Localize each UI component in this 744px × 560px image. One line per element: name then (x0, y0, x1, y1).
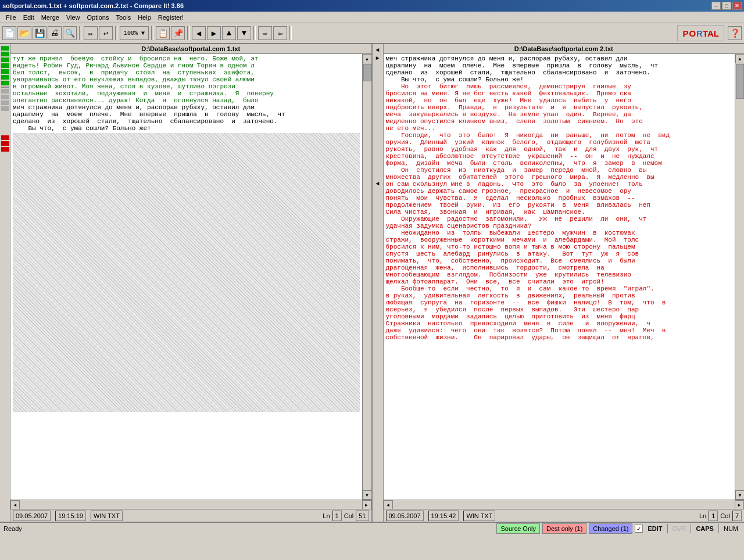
gutter-gray-2 (1, 95, 9, 99)
changed-button[interactable]: Changed (1) (589, 523, 632, 534)
left-scroll-h-track[interactable] (20, 500, 362, 509)
right-col-label: Col (720, 512, 730, 519)
minimize-button[interactable]: ─ (711, 2, 721, 10)
right-scroll-up[interactable]: ▲ (735, 54, 744, 63)
left-scroll-up[interactable]: ▲ (363, 54, 371, 63)
right-scroll-thumb[interactable] (736, 64, 744, 99)
left-hatch-area (13, 133, 360, 412)
toolbar: 📄 📂 💾 🖨 🔍 ✏️ ↩ 100% ▼ 📋 📌 ◀ ▶ ▲ ▼ ⇨ ⇦ PO… (0, 23, 744, 44)
gutter-red-3 (1, 147, 9, 152)
gutter-empty (0, 112, 10, 135)
gutter-green-7 (1, 81, 9, 85)
separator-4 (187, 26, 189, 40)
maximize-button[interactable]: □ (722, 2, 731, 10)
gutter-red-1 (1, 135, 9, 140)
gutter-green-2 (1, 52, 9, 56)
left-status-time: 19:15:19 (55, 511, 86, 521)
merge-right-arrow[interactable]: ► (374, 55, 381, 62)
gutter-green-6 (1, 75, 9, 80)
left-col-value: 51 (356, 511, 369, 521)
right-scroll-left[interactable]: ◄ (384, 500, 393, 509)
right-status-bar: 09.05.2007 19:15:42 WIN TXT Ln 1 Col 7 (384, 509, 745, 522)
right-panel: D:\DataBase\softportal.com 2.txt меч стр… (384, 44, 745, 522)
gutter-gray-3 (1, 100, 9, 105)
toolbar-search-button[interactable]: 🔍 (63, 26, 77, 40)
right-scroll-down[interactable]: ▼ (735, 490, 744, 500)
gutter-sep-1 (1, 87, 9, 88)
left-panel: D:\DataBase\softportal.com 1.txt тут же … (10, 44, 372, 522)
toolbar-copy-button[interactable]: 📋 (156, 26, 170, 40)
menu-edit[interactable]: Edit (20, 13, 38, 22)
left-ln-value: 1 (332, 511, 342, 521)
edit-label: EDIT (645, 525, 664, 532)
separator-6 (289, 26, 292, 40)
dest-only-button[interactable]: Dest only (1) (542, 523, 586, 534)
toolbar-open-button[interactable]: 📂 (17, 26, 31, 40)
left-scrollbar-h[interactable]: ◄ ► (10, 500, 371, 509)
merge-left-arrow-2[interactable]: ◄ (374, 180, 381, 187)
toolbar-print-button[interactable]: 🖨 (48, 26, 62, 40)
gutter-gray-1 (1, 89, 9, 94)
toolbar-logo: PO (682, 28, 696, 38)
menu-merge[interactable]: Merge (38, 13, 63, 22)
panel-divider: ◄ ► ◄ (372, 44, 384, 522)
toolbar-merge2-button[interactable]: ⇦ (273, 26, 287, 40)
toolbar-paste-button[interactable]: 📌 (171, 26, 185, 40)
merge-left-arrow[interactable]: ◄ (374, 46, 381, 53)
gutter-gray-4 (1, 106, 9, 111)
num-label: NUM (721, 525, 741, 532)
right-scrollbar-v[interactable]: ▲ ▼ (735, 54, 744, 500)
left-scroll-track[interactable] (363, 63, 371, 490)
left-panel-header: D:\DataBase\softportal.com 1.txt (10, 44, 371, 54)
left-scroll-right[interactable]: ► (362, 500, 371, 509)
menu-help[interactable]: Help (134, 13, 155, 22)
left-scroll-left[interactable]: ◄ (10, 500, 20, 509)
menu-bar: File Edit Merge View Options Tools Help … (0, 12, 744, 23)
right-text-red: Но этот битюг лишь рассмеялся, демонстри… (386, 83, 733, 341)
left-panel-content[interactable]: тут же принял боевую стойку и бросился н… (10, 54, 362, 500)
right-panel-content[interactable]: меч стражника дотянулся до меня и, распо… (384, 54, 735, 500)
main-area: D:\DataBase\softportal.com 1.txt тут же … (0, 44, 744, 522)
left-scroll-down[interactable]: ▼ (363, 490, 371, 500)
title-bar-buttons: ─ □ ✕ (711, 2, 742, 10)
left-scroll-thumb[interactable] (363, 64, 371, 81)
menu-file[interactable]: File (2, 13, 20, 22)
left-text-black: меч стражника дотянулся до меня и, распо… (13, 104, 360, 132)
gutter-green-3 (1, 58, 9, 62)
gutter-red-2 (1, 141, 9, 146)
toolbar-help-button[interactable]: ❓ (728, 26, 742, 40)
toolbar-new-button[interactable]: 📄 (2, 26, 16, 40)
right-panel-header: D:\DataBase\softportal.com 2.txt (384, 44, 745, 54)
global-status-bar: Ready Source Only Dest only (1) Changed … (0, 522, 744, 534)
menu-tools[interactable]: Tools (112, 13, 134, 22)
ovr-label: OVR (670, 525, 689, 532)
right-scrollbar-h[interactable]: ◄ ► (384, 500, 745, 509)
toolbar-undo-button[interactable]: ↩ (99, 26, 113, 40)
menu-options[interactable]: Options (84, 13, 113, 22)
toolbar-prev-button[interactable]: ◀ (192, 26, 206, 40)
left-ln-label: Ln (323, 512, 330, 519)
toolbar-down-button[interactable]: ▼ (237, 26, 251, 40)
right-ln-value: 1 (709, 511, 718, 521)
toolbar-edit-button[interactable]: ✏️ (84, 26, 98, 40)
left-status-date: 09.05.2007 (13, 511, 51, 521)
sync-checkbox[interactable]: ✓ (635, 525, 643, 533)
separator-5 (253, 26, 256, 40)
toolbar-up-button[interactable]: ▲ (222, 26, 236, 40)
right-scroll-right[interactable]: ► (735, 500, 744, 509)
menu-register[interactable]: Register! (155, 13, 187, 22)
right-scroll-h-track[interactable] (393, 500, 735, 509)
left-scrollbar-v[interactable]: ▲ ▼ (362, 54, 371, 500)
source-only-button[interactable]: Source Only (496, 523, 540, 534)
caps-label: CAPS (693, 525, 716, 532)
toolbar-merge1-button[interactable]: ⇨ (258, 26, 272, 40)
left-status-encoding: WIN TXT (91, 511, 123, 521)
close-button[interactable]: ✕ (732, 2, 742, 10)
separator-3 (151, 26, 153, 40)
toolbar-save-button[interactable]: 💾 (33, 26, 46, 40)
toolbar-zoom-combo[interactable]: 100% ▼ (120, 26, 149, 40)
right-status-date: 09.05.2007 (386, 511, 424, 521)
toolbar-next-button[interactable]: ▶ (207, 26, 221, 40)
menu-view[interactable]: View (63, 13, 84, 22)
right-scroll-track[interactable] (735, 63, 744, 490)
